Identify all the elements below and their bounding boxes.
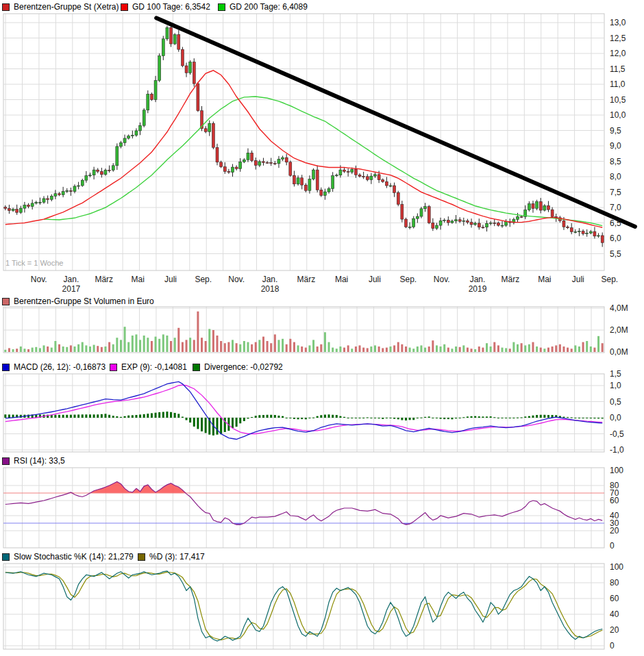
- divergence-bar: [112, 416, 114, 418]
- axis-tick-label: Nov.: [228, 275, 245, 284]
- volume-bar: [478, 346, 480, 352]
- volume-bar: [232, 340, 234, 352]
- volume-bar: [58, 344, 60, 352]
- volume-bar: [505, 348, 507, 352]
- legend-gd200-label: GD 200 Tage: 6,4089: [230, 2, 308, 12]
- legend-gd200: GD 200 Tage: 6,4089: [218, 2, 308, 12]
- divergence-bar: [571, 418, 573, 418]
- candle-body: [447, 220, 449, 223]
- volume-bar: [170, 341, 172, 352]
- volume-bar: [532, 342, 534, 352]
- divergence-bar: [532, 416, 534, 418]
- candle-body: [404, 219, 407, 227]
- legend-volume-label: Berentzen-Gruppe St Volumen in Euro: [14, 297, 154, 306]
- candle-body: [208, 123, 211, 131]
- volume-bar: [89, 346, 91, 352]
- axis-tick-label: Jan.: [470, 275, 486, 284]
- divergence-bar: [493, 417, 495, 418]
- axis-tick-label: 2017: [62, 284, 81, 294]
- volume-bar: [77, 344, 79, 352]
- divergence-bar: [332, 415, 334, 418]
- divergence-bar: [567, 417, 569, 418]
- volume-bar: [574, 345, 576, 352]
- divergence-bar: [505, 418, 507, 418]
- volume-bar: [197, 312, 199, 352]
- candle-body: [478, 223, 480, 227]
- candle-body: [497, 223, 499, 225]
- axis-tick-label: März: [95, 275, 113, 284]
- volume-bar: [471, 349, 473, 352]
- axis-tick-label: 5,5: [610, 249, 621, 259]
- candle-body: [458, 220, 461, 221]
- volume-bar: [124, 327, 126, 352]
- candle-body: [12, 210, 14, 211]
- candle-body: [482, 227, 484, 228]
- divergence-bar: [517, 418, 519, 418]
- volume-bar: [555, 345, 557, 352]
- volume-bar: [602, 343, 604, 352]
- candle-body: [597, 236, 600, 236]
- candle-body: [366, 177, 369, 180]
- volume-bar: [35, 347, 37, 352]
- axis-tick-label: 11,0: [610, 79, 626, 89]
- axis-tick-label: 6,0: [610, 234, 621, 243]
- axis-tick-label: 7,5: [610, 188, 621, 197]
- axis-tick-label: 9,5: [610, 126, 621, 136]
- candle-body: [273, 164, 276, 164]
- axis-tick-label: -0,5: [610, 429, 624, 439]
- volume-bar: [247, 342, 249, 352]
- volume-bar: [267, 341, 269, 352]
- candle-body: [108, 170, 111, 171]
- divergence-color-swatch: [193, 364, 200, 371]
- divergence-bar: [205, 418, 207, 433]
- divergence-bar: [521, 418, 523, 418]
- volume-bar: [262, 337, 264, 352]
- volume-bar: [70, 345, 72, 352]
- divergence-bar: [486, 416, 488, 418]
- divergence-bar: [201, 418, 203, 431]
- candle-body: [193, 62, 195, 84]
- divergence-bar: [578, 418, 580, 418]
- axis-tick-label: 8,0: [610, 172, 621, 181]
- divergence-bar: [220, 418, 222, 434]
- divergence-bar: [66, 415, 68, 418]
- candle-body: [316, 170, 319, 190]
- divergence-bar: [70, 415, 72, 418]
- volume-bar: [547, 348, 549, 352]
- divergence-bar: [455, 418, 457, 418]
- candle-body: [351, 169, 354, 172]
- divergence-bar: [8, 414, 10, 418]
- divergence-bar: [389, 418, 391, 418]
- candle-body: [589, 231, 592, 233]
- candle-body: [112, 166, 114, 171]
- candle-body: [85, 176, 88, 181]
- candle-body: [451, 221, 454, 223]
- legend-volume: Berentzen-Gruppe St Volumen in Euro: [2, 297, 154, 306]
- divergence-bar: [351, 418, 353, 418]
- volume-bar: [116, 338, 118, 352]
- volume-bars: [4, 312, 603, 352]
- divergence-bar: [255, 416, 257, 418]
- axis-tick-label: 11,5: [610, 64, 626, 74]
- candle-body: [239, 162, 242, 168]
- candle-body: [77, 186, 80, 186]
- volume-bar: [543, 349, 545, 352]
- volume-bar: [552, 346, 554, 352]
- volume-bar: [447, 348, 449, 352]
- legend-exp-label: EXP (9): -0,14081: [121, 362, 187, 372]
- divergence-bar: [182, 417, 184, 418]
- volume-bar: [432, 340, 434, 352]
- volume-bar: [459, 347, 461, 352]
- legend-main-series: Berentzen-Gruppe St (Xetra): [2, 2, 119, 12]
- volume-color-swatch: [2, 298, 10, 305]
- volume-bar: [493, 342, 495, 352]
- volume-bar: [370, 346, 372, 352]
- volume-bar: [151, 341, 153, 352]
- divergence-bar: [135, 415, 137, 418]
- axis-tick-label: 13,0: [610, 18, 626, 27]
- candle-body: [543, 205, 546, 210]
- candle-body: [54, 194, 57, 197]
- axis-tick-label: Sep.: [602, 275, 619, 284]
- divergence-bar: [574, 418, 576, 418]
- volume-bar: [540, 348, 542, 352]
